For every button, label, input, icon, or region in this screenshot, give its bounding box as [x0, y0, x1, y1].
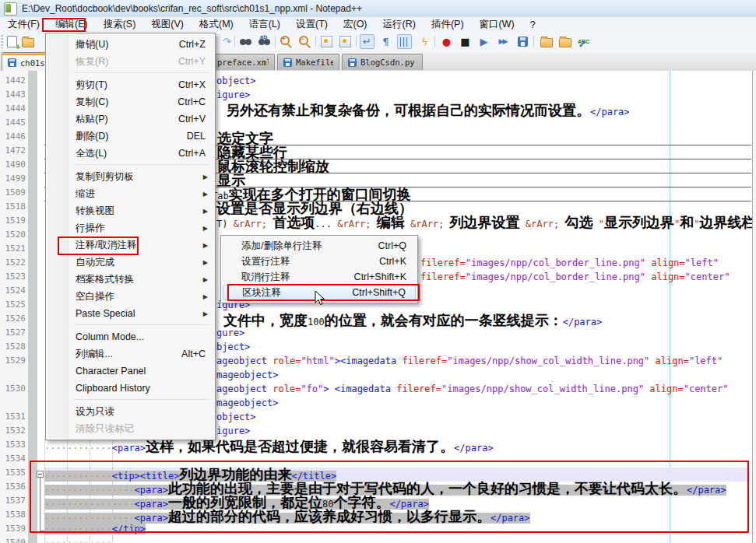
edit-menu-item-删除(D)[interactable]: 删除(D)DEL	[47, 128, 213, 145]
menubar-item-9[interactable]: 运行(R)	[375, 16, 424, 33]
line-number: 1499	[0, 173, 26, 184]
menu-item-label: 区块注释	[242, 286, 281, 300]
fold-tree-line	[40, 510, 40, 524]
submenu-item-取消行注释[interactable]: 取消行注释Ctrl+Shift+K	[223, 269, 416, 285]
replace-icon-glyph	[258, 38, 270, 46]
function-list-icon[interactable]: ϟ	[417, 34, 432, 49]
toolbar-separator	[356, 36, 357, 47]
menubar-item-7[interactable]: 设置(T)	[288, 16, 336, 33]
edit-menu-item-剪切(T)[interactable]: 剪切(T)Ctrl+X	[47, 76, 213, 93]
new-file-icon[interactable]	[5, 34, 19, 49]
menubar-item-1[interactable]: 文件(F)	[0, 16, 47, 33]
zoom-out-icon[interactable]	[297, 34, 312, 49]
editor-line-1539[interactable]: 1539············</tip>	[0, 524, 752, 538]
submenu-item-添加/删除单行注释[interactable]: 添加/删除单行注释Ctrl+Q	[223, 238, 416, 254]
edit-menu-item-恢复(R)[interactable]: 恢复(R)Ctrl+Y	[47, 53, 213, 70]
menubar-item-3[interactable]: 搜索(S)	[96, 16, 144, 33]
zoom-in-icon[interactable]	[279, 34, 294, 49]
open-containing-folder-icon[interactable]	[539, 34, 554, 49]
tab-BlogCsdn.py[interactable]: BlogCsdn.py	[342, 54, 423, 70]
menubar-item-2[interactable]: 编辑(E)	[47, 16, 96, 33]
spell-check-icon-glyph: ABC	[578, 39, 589, 44]
edit-menu-item-Paste Special[interactable]: Paste Special▶	[47, 305, 213, 322]
editor-line-text: igure>	[216, 89, 250, 100]
edit-menu-item-自动完成[interactable]: 自动完成▶	[47, 254, 213, 271]
open-file-icon-glyph	[22, 38, 34, 47]
edit-menu-item-行操作[interactable]: 行操作▶	[47, 219, 213, 236]
edit-menu-item-Column Mode...[interactable]: Column Mode...	[47, 328, 213, 345]
editor-line-text: ················<para>超过的部分的代码，应该养成好习惯，以…	[44, 510, 530, 524]
menu-item-label: Clipboard History	[76, 383, 206, 394]
editor-line-1540[interactable]: 1540············	[0, 538, 752, 543]
edit-menu-item-档案格式转换[interactable]: 档案格式转换▶	[47, 271, 213, 288]
folder-as-workspace-icon[interactable]	[557, 34, 572, 49]
record-macro-icon-glyph: ●	[442, 37, 451, 47]
edit-menu-dropdown: 撤销(U)Ctrl+Z恢复(R)Ctrl+Y剪切(T)Ctrl+X复制(C)Ct…	[45, 33, 216, 440]
editor-line-text: object>	[216, 75, 256, 86]
submenu-item-设置行注释[interactable]: 设置行注释Ctrl+K	[223, 254, 416, 269]
edit-menu-item-空白操作[interactable]: 空白操作▶	[47, 288, 213, 305]
line-number: 1525	[0, 300, 26, 310]
menu-item-shortcut: Ctrl+Shift+Q	[335, 287, 406, 298]
menubar-item-12[interactable]: ?	[522, 18, 543, 32]
menubar-item-10[interactable]: 插件(P)	[424, 16, 472, 33]
sync-vertical-scroll-icon-glyph	[321, 36, 332, 47]
edit-menu-item-复制到剪切板[interactable]: 复制到剪切板▶	[47, 168, 213, 185]
line-number: 1443	[0, 89, 26, 100]
edit-menu-item-缩进[interactable]: 缩进▶	[47, 185, 213, 202]
menu-item-label: 空白操作	[76, 290, 206, 303]
stop-macro-icon[interactable]: ■	[458, 34, 473, 49]
save-macro-icon[interactable]	[515, 34, 530, 49]
mouse-cursor-icon	[315, 291, 328, 310]
sync-vertical-scroll-icon[interactable]	[319, 34, 334, 49]
menubar-item-5[interactable]: 格式(M)	[192, 16, 241, 33]
editor-line-1538[interactable]: 1538················<para>超过的部分的代码，应该养成好…	[0, 510, 752, 524]
menubar-item-6[interactable]: 语言(L)	[241, 16, 288, 33]
editor-line-1533[interactable]: 1533············<para>这样，如果代码是否超过便捷，就很容易…	[0, 440, 752, 454]
edit-menu-item-注释/取消注释[interactable]: 注释/取消注释▶	[47, 236, 213, 254]
menu-separator	[74, 70, 210, 76]
record-macro-icon[interactable]: ●	[439, 34, 454, 49]
edit-menu-item-全选(L)[interactable]: 全选(L)Ctrl+A	[47, 145, 213, 162]
editor-line-text: ············<para>这样，如果代码是否超过便捷，就很容易看清了。…	[44, 440, 494, 454]
word-wrap-icon[interactable]: ↵	[360, 34, 374, 49]
sync-horizontal-scroll-icon[interactable]	[338, 34, 353, 49]
edit-menu-item-列编辑...[interactable]: 列编辑...Alt+C	[47, 345, 213, 363]
notepad-plus-plus-window: E:\Dev_Root\docbook\dev\books\crifan_rec…	[0, 0, 756, 543]
edit-menu-item-设为只读[interactable]: 设为只读	[47, 403, 213, 420]
redo-icon[interactable]: ↷	[220, 34, 234, 49]
toolbar-grip-icon	[1, 35, 3, 48]
tab-Makefile[interactable]: Makefile	[277, 54, 339, 70]
edit-menu-item-转换视图[interactable]: 转换视图▶	[47, 202, 213, 219]
menubar-item-11[interactable]: 窗口(W)	[472, 16, 522, 33]
menu-separator	[74, 162, 210, 168]
title-bar: E:\Dev_Root\docbook\dev\books\crifan_rec…	[0, 0, 756, 18]
editor-line-text: ············	[44, 538, 112, 543]
editor-line-text: ageobject role="fo"> <imagedata fileref=…	[216, 384, 728, 394]
fold-collapse-box-icon[interactable]	[37, 471, 44, 478]
edit-menu-item-撤销(U)[interactable]: 撤销(U)Ctrl+Z	[47, 36, 213, 53]
edit-menu-item-复制(C)[interactable]: 复制(C)Ctrl+C	[47, 93, 213, 110]
spell-check-icon[interactable]: ABC	[576, 34, 591, 49]
edit-menu-item-Character Panel[interactable]: Character Panel	[47, 363, 213, 380]
window-title: E:\Dev_Root\docbook\dev\books\crifan_rec…	[22, 3, 362, 14]
open-file-icon[interactable]	[20, 34, 35, 49]
run-macro-multiple-icon[interactable]: ▶▶	[495, 34, 510, 49]
play-macro-icon[interactable]: ▶	[476, 34, 491, 49]
replace-icon[interactable]	[257, 34, 272, 49]
menubar-item-8[interactable]: 宏(O)	[336, 16, 375, 33]
submenu-arrow-icon: ▶	[203, 191, 208, 198]
menubar-item-4[interactable]: 视图(V)	[143, 16, 192, 33]
indent-guide-icon[interactable]	[397, 34, 412, 49]
menu-item-label: 设置行注释	[241, 255, 290, 268]
find-icon[interactable]	[238, 34, 253, 49]
edit-menu-item-清除只读标记[interactable]: 清除只读标记	[47, 420, 213, 437]
menu-item-label: 清除只读标记	[76, 422, 206, 436]
menu-item-label: 恢复(R)	[76, 55, 160, 68]
menu-item-label: 列编辑...	[76, 348, 163, 361]
edit-menu-item-粘贴(P)[interactable]: 粘贴(P)Ctrl+V	[47, 110, 213, 128]
edit-menu-item-Clipboard History[interactable]: Clipboard History	[47, 380, 213, 397]
line-number: 1509	[0, 187, 26, 198]
show-all-characters-icon[interactable]: ¶	[378, 34, 393, 49]
editor-line-1534[interactable]: 1534	[0, 454, 752, 468]
